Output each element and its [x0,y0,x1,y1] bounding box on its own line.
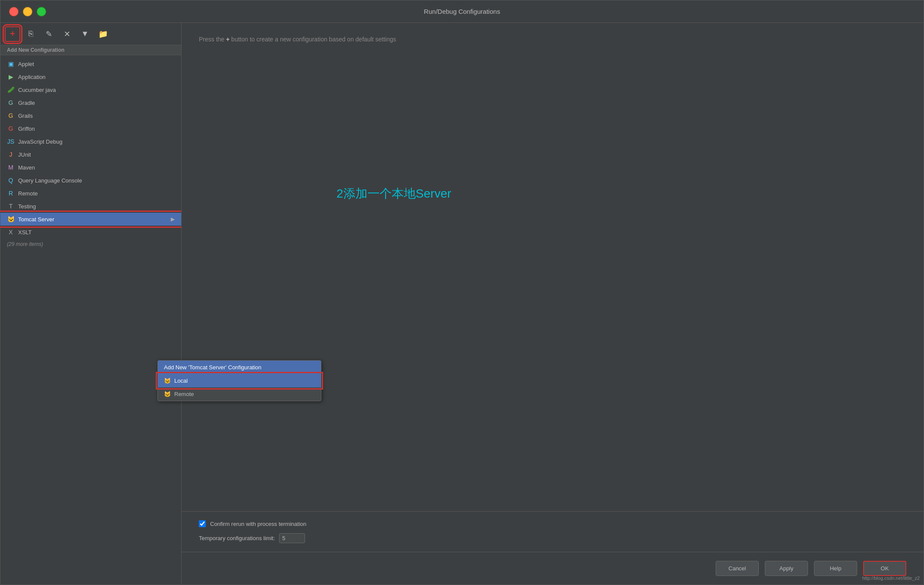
javascript-label: JavaScript Debug [18,138,63,145]
maven-label: Maven [18,164,35,171]
sidebar-list: ▣ Applet ▶ Application 🥒 Cucumber java G… [0,55,181,585]
plus-hint: + [226,36,229,43]
temp-config-label: Temporary configurations limit: [199,535,275,541]
apply-button[interactable]: Apply [765,561,808,576]
sidebar-item-maven[interactable]: M Maven [0,161,181,174]
watermark: http://blog.csdn.net/little_z2 [862,576,920,581]
grails-icon: G [7,112,15,120]
maximize-button[interactable] [37,7,46,16]
temp-config-input[interactable] [279,533,305,543]
close-button[interactable] [9,7,19,16]
griffon-label: Griffon [18,126,35,132]
arrow-down-button[interactable]: ▼ [77,26,93,42]
application-label: Application [18,74,46,80]
testing-label: Testing [18,203,36,210]
remote-icon: R [7,189,15,197]
right-panel: Press the + button to create a new confi… [182,23,924,585]
dropdown-header: Add New 'Tomcat Server' Configuration [158,361,321,374]
tomcat-dropdown: Add New 'Tomcat Server' Configuration 🐱 … [157,360,321,401]
tomcat-label: Tomcat Server [18,216,54,223]
grails-label: Grails [18,113,33,119]
local-icon: 🐱 [164,377,171,384]
titlebar: Run/Debug Configurations [0,0,924,23]
applet-label: Applet [18,61,34,67]
cancel-button[interactable]: Cancel [716,561,759,576]
cucumber-icon: 🥒 [7,86,15,94]
traffic-lights [9,7,46,16]
gradle-icon: G [7,99,15,107]
confirm-rerun-checkbox[interactable] [199,520,206,527]
testing-icon: T [7,202,15,210]
sidebar-item-applet[interactable]: ▣ Applet [0,57,181,70]
sidebar-item-cucumber[interactable]: 🥒 Cucumber java [0,83,181,96]
help-button[interactable]: Help [814,561,857,576]
remote-tomcat-icon: 🐱 [164,391,171,397]
sidebar-item-query[interactable]: Q Query Language Console [0,174,181,187]
sidebar-item-remote[interactable]: R Remote [0,187,181,200]
sidebar-item-application[interactable]: ▶ Application [0,70,181,83]
sidebar-item-tomcat[interactable]: 🐱 Tomcat Server ▶ [0,213,181,226]
sidebar-item-gradle[interactable]: G Gradle [0,96,181,109]
section-header: Add New Configuration [0,45,181,55]
junit-label: JUnit [18,151,31,158]
edit-button[interactable]: ✎ [41,26,57,42]
sidebar-toolbar: + ⎘ ✎ ✕ ▼ 📁 [0,23,181,45]
javascript-icon: JS [7,138,15,145]
submenu-arrow-icon: ▶ [171,216,175,222]
run-debug-configurations-window: Run/Debug Configurations + ⎘ ✎ ✕ ▼ 📁 Add… [0,0,924,585]
xslt-label: XSLT [18,229,32,236]
remote-label: Remote [18,190,38,197]
minimize-button[interactable] [23,7,32,16]
sidebar-item-grails[interactable]: G Grails [0,109,181,122]
ok-button[interactable]: OK [863,561,906,576]
dropdown-item-local[interactable]: 🐱 Local [158,374,321,387]
dropdown-item-remote[interactable]: 🐱 Remote [158,387,321,401]
sidebar-item-junit[interactable]: J JUnit [0,148,181,161]
junit-icon: J [7,151,15,158]
bottom-section: Confirm rerun with process termination T… [182,511,924,552]
delete-button[interactable]: ✕ [59,26,75,42]
maven-icon: M [7,164,15,171]
right-body: Press the + button to create a new confi… [182,23,924,511]
temp-config-row: Temporary configurations limit: [199,533,906,543]
local-label: Local [174,377,188,384]
query-label: Query Language Console [18,177,82,184]
sidebar: + ⎘ ✎ ✕ ▼ 📁 Add New Configuration ▣ Appl… [0,23,182,585]
add-configuration-button[interactable]: + [5,26,20,42]
copy-button[interactable]: ⎘ [23,26,38,42]
griffon-icon: G [7,125,15,132]
cucumber-label: Cucumber java [18,87,56,93]
query-icon: Q [7,176,15,184]
main-content: + ⎘ ✎ ✕ ▼ 📁 Add New Configuration ▣ Appl… [0,23,924,585]
confirm-rerun-label: Confirm rerun with process termination [210,521,306,527]
xslt-icon: X [7,228,15,236]
folder-button[interactable]: 📁 [95,26,111,42]
applet-icon: ▣ [7,60,15,68]
sidebar-item-xslt[interactable]: X XSLT [0,226,181,239]
button-row: Cancel Apply Help OK [182,552,924,585]
gradle-label: Gradle [18,100,35,106]
hint-text: Press the + button to create a new confi… [199,36,906,43]
window-title: Run/Debug Configurations [424,8,500,15]
remote-tomcat-label: Remote [174,391,194,397]
sidebar-item-javascript[interactable]: JS JavaScript Debug [0,135,181,148]
more-items-label: (29 more items) [0,239,181,250]
sidebar-item-griffon[interactable]: G Griffon [0,122,181,135]
application-icon: ▶ [7,73,15,81]
sidebar-item-testing[interactable]: T Testing [0,200,181,213]
confirm-rerun-row: Confirm rerun with process termination [199,520,906,527]
tomcat-icon: 🐱 [7,215,15,223]
